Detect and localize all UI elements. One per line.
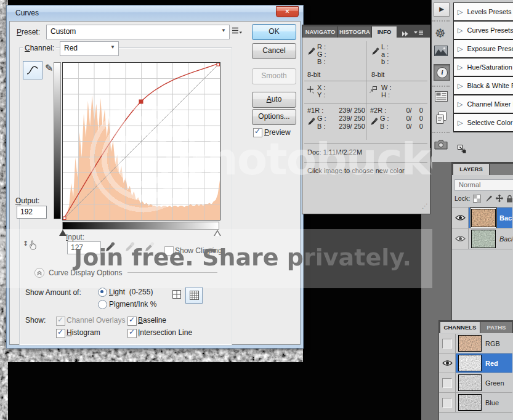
preset-group-channel-mixer-presets[interactable]: ▷Channel Mixer Presets [454,95,513,114]
dock-layout-button[interactable] [435,91,448,104]
dock-info-button[interactable]: i [434,64,450,81]
curve-graph[interactable] [62,62,220,220]
ok-button[interactable]: OK [252,24,296,40]
tab-layers[interactable]: LAYERS [453,164,490,175]
visibility-toggle[interactable] [439,373,456,392]
channels-panel-tabbar: CHANNELS PATHS [439,321,513,333]
curve-pencil-tool-button[interactable]: ✎ [45,62,53,74]
dock-photo-button[interactable] [434,139,448,152]
channel-row-blue[interactable]: Blue [439,393,512,413]
histogram-checkbox[interactable]: ✓ [56,329,65,338]
preset-group-selective-color-presets[interactable]: ▷Selective Color Presets [454,114,513,132]
show-clipping-checkbox[interactable] [164,246,174,256]
white-point-eyedropper[interactable] [143,241,155,256]
tab-info[interactable]: INFO [372,26,397,38]
collapse-options-button[interactable] [34,267,45,281]
light-radio[interactable] [98,288,107,297]
channel-thumbnail[interactable] [458,394,482,411]
visibility-toggle[interactable] [452,228,469,249]
curve-point-tool-button[interactable] [23,61,42,79]
tab-paths[interactable]: PATHS [480,322,513,333]
preset-options-button[interactable] [231,26,243,38]
pigment-radio[interactable] [98,300,107,309]
sample2-b-value: 0/ 0 [395,123,423,130]
preset-group-curves-presets[interactable]: ▷Curves Presets [454,22,513,40]
preview-checkbox[interactable]: ✓ [253,128,262,137]
collapse-arrows-icon[interactable] [401,28,410,39]
dock-actions-button[interactable]: ▶ [434,2,450,17]
tab-channels[interactable]: CHANNELS [440,322,480,333]
dialog-titlebar[interactable]: Curves × [7,6,303,20]
visibility-toggle[interactable] [439,393,456,412]
visibility-toggle[interactable] [452,208,469,228]
simple-grid-button[interactable] [172,289,182,302]
options-button[interactable]: Options... [252,109,296,125]
info-b-label: B : [317,58,325,65]
lock-all-icon[interactable] [506,194,513,205]
info-g-label: G : [317,50,326,58]
output-field[interactable]: 192 [17,206,47,219]
intersection-line-label: Intersection Line [138,328,192,337]
detailed-grid-button[interactable] [185,287,203,304]
curve-endpoint-shadow[interactable] [63,217,67,220]
divider [304,162,427,163]
channel-dropdown[interactable]: Red ▼ [60,41,119,56]
channel-thumbnail[interactable] [458,335,482,352]
dock-navigator-button[interactable]: ☸ [435,26,446,41]
layer-name: Background [499,235,512,243]
layer-row-background[interactable]: Background [452,228,512,249]
input-field[interactable]: 127 [67,241,101,254]
auto-button[interactable]: Auto [252,92,296,108]
preset-group-levels-presets[interactable]: ▷Levels Presets [454,3,513,22]
lock-paint-icon[interactable] [485,194,493,205]
sample2-g-label: G : [380,115,389,122]
channel-overlays-checkbox[interactable]: ✓ [56,317,65,326]
preset-label: Preset: [17,28,40,36]
panel-resize-grip[interactable]: ⋰ [422,203,428,209]
blend-mode-dropdown[interactable]: Normal [454,179,513,191]
info-icon: i [437,67,448,78]
visibility-toggle[interactable] [439,353,456,373]
blend-mode-value: Normal [459,181,480,188]
expander-icon: ▷ [458,119,463,127]
tab-hidden[interactable] [490,164,513,175]
dock-duplicate-button[interactable] [435,111,448,127]
visibility-empty-box [442,378,452,388]
smooth-button[interactable]: Smooth [252,68,296,84]
lock-move-icon[interactable] [495,194,504,205]
layer-thumbnail[interactable] [471,209,496,227]
intersection-line-checkbox[interactable]: ✓ [127,329,137,338]
info-lab-depth: 8-bit [371,71,384,78]
layer-row-background-copy[interactable]: Background copy [452,208,512,228]
channel-thumbnail[interactable] [458,374,482,391]
tab-navigator[interactable]: NAVIGATO [303,26,338,38]
preset-dropdown[interactable]: Custom ▼ [46,25,230,39]
panel-menu-icon[interactable] [413,28,424,39]
preset-group-black-white-presets[interactable]: ▷Black & White Presets [454,77,513,95]
channel-thumbnail[interactable] [458,355,482,371]
lock-transparency-icon[interactable] [473,194,481,205]
channel-row-red[interactable]: Red [439,353,512,373]
gray-point-eyedropper[interactable] [124,241,135,256]
preset-group-label: Hue/Saturation Presets [467,63,513,71]
cancel-button[interactable]: Cancel [252,43,296,59]
visibility-toggle[interactable] [439,334,456,353]
channel-row-green[interactable]: Green [439,373,512,393]
black-point-eyedropper[interactable] [104,241,116,256]
highlight-input-slider[interactable] [214,230,221,236]
collapse-panels-icon[interactable] [457,144,467,156]
info-x-label: X : [317,84,325,91]
curve-endpoint-highlight[interactable] [217,63,220,67]
preset-group-hue-saturation-presets[interactable]: ▷Hue/Saturation Presets [454,59,513,77]
light-radio-label: Light (0-255) [109,288,153,296]
tab-histogram[interactable]: HISTOGRA [338,26,372,38]
baseline-checkbox[interactable]: ✓ [127,317,137,326]
curve-control-point-selected[interactable] [139,100,143,104]
expander-icon: ▷ [458,26,463,34]
layer-thumbnail[interactable] [471,230,496,248]
show-amount-label: Show Amount of: [25,288,81,297]
channel-row-rgb[interactable]: RGB [439,334,512,353]
dock-histogram-button[interactable] [434,46,448,59]
preset-group-exposure-presets[interactable]: ▷Exposure Presets [454,40,513,59]
close-button[interactable]: × [276,6,299,17]
